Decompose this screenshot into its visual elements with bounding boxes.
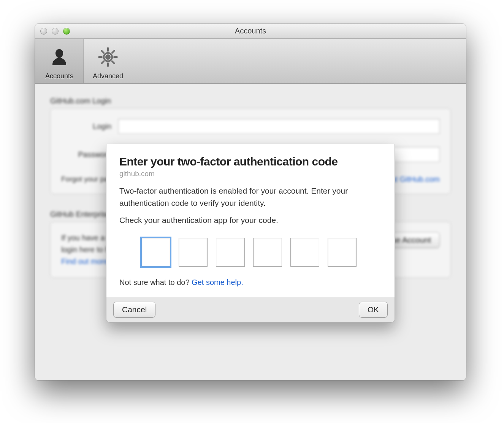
ok-button[interactable]: OK [359,302,388,318]
window-close-button[interactable] [40,28,47,35]
titlebar: Accounts [35,24,466,39]
get-help-link[interactable]: Get some help. [192,278,243,286]
window-minimize-button[interactable] [52,28,59,35]
tab-accounts-label: Accounts [45,72,73,80]
svg-point-1 [106,55,110,59]
login-label: Login [61,122,118,131]
two-factor-sheet: Enter your two-factor authentication cod… [106,144,395,323]
login-field[interactable] [118,119,440,134]
code-digit-5[interactable] [290,238,319,267]
svg-line-7 [112,61,114,64]
sheet-subtitle: github.com [119,170,382,178]
code-digit-4[interactable] [253,238,282,267]
window-title: Accounts [35,27,466,35]
sheet-para-1: Two-factor authentication is enabled for… [119,185,382,209]
preferences-window: Accounts Accounts [35,24,466,380]
code-digit-2[interactable] [179,238,208,267]
sheet-title: Enter your two-factor authentication cod… [119,155,382,168]
tab-advanced-label: Advanced [93,72,123,80]
help-prefix: Not sure what to do? [119,278,192,286]
tab-advanced[interactable]: Advanced [84,39,132,83]
toolbar: Accounts [35,39,466,84]
gear-icon [97,46,119,68]
traffic-lights [40,28,70,35]
window-zoom-button[interactable] [63,28,70,35]
svg-line-9 [101,61,104,64]
code-digit-6[interactable] [328,238,357,267]
person-icon [49,47,70,67]
svg-line-6 [101,51,104,53]
code-input-row [141,238,382,267]
tab-accounts[interactable]: Accounts [35,39,84,83]
sheet-footer: Cancel OK [106,297,395,322]
code-digit-3[interactable] [216,238,245,267]
svg-line-8 [112,51,114,53]
github-section-heading: GitHub.com Login [50,97,451,105]
code-digit-1[interactable] [141,238,170,267]
sheet-para-2: Check your authentication app for your c… [119,214,382,226]
body: GitHub.com Login Login Password Forgot y… [35,84,466,380]
cancel-button[interactable]: Cancel [113,302,155,318]
